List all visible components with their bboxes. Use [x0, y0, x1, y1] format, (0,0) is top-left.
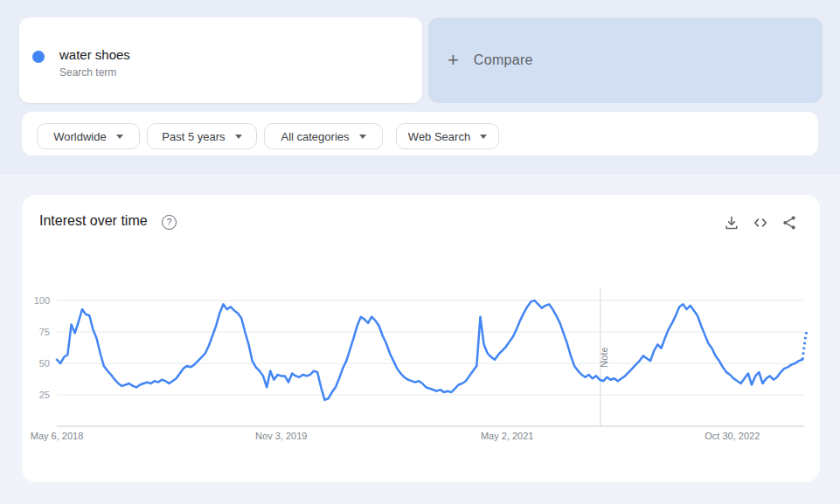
interest-over-time-card: 255075100May 6, 2018Nov 3, 2019May 2, 20… [22, 195, 820, 482]
chevron-down-icon [359, 135, 366, 139]
chevron-down-icon [480, 135, 487, 139]
chevron-down-icon [235, 135, 242, 139]
search-type-filter-dropdown[interactable]: Web Search [396, 123, 499, 149]
region-filter-dropdown[interactable]: Worldwide [37, 123, 140, 149]
series-color-dot-icon [32, 51, 45, 63]
time-range-filter-dropdown[interactable]: Past 5 years [147, 123, 257, 149]
search-type-filter-label: Web Search [408, 130, 470, 143]
x-tick-label: May 2, 2021 [481, 431, 534, 441]
y-tick-label: 75 [39, 327, 50, 337]
share-icon[interactable] [781, 215, 797, 231]
y-tick-label: 25 [39, 390, 50, 400]
search-term-label: water shoes [59, 47, 130, 62]
filter-bar: Worldwide Past 5 years All categories We… [22, 112, 818, 155]
category-filter-dropdown[interactable]: All categories [264, 123, 383, 149]
download-icon[interactable] [724, 215, 739, 231]
trend-line-partial [802, 331, 807, 360]
add-comparison-card[interactable]: + Compare [428, 17, 823, 103]
category-filter-label: All categories [281, 130, 349, 143]
embed-code-icon[interactable] [753, 215, 768, 231]
x-tick-label: May 6, 2018 [31, 431, 84, 441]
y-tick-label: 100 [34, 295, 50, 306]
note-label: Note [599, 347, 609, 367]
chart-title: Interest over time [39, 213, 148, 229]
search-term-type: Search term [59, 66, 116, 79]
y-tick-label: 50 [39, 358, 50, 369]
time-range-filter-label: Past 5 years [162, 130, 225, 143]
search-term-card[interactable]: water shoes Search term [19, 17, 422, 103]
x-tick-label: Oct 30, 2022 [705, 431, 760, 441]
chevron-down-icon [116, 135, 123, 139]
plus-icon: + [448, 51, 459, 70]
help-icon[interactable]: ? [162, 215, 177, 230]
compare-label: Compare [474, 52, 533, 68]
chart-actions [724, 215, 797, 231]
interest-over-time-chart[interactable]: 255075100May 6, 2018Nov 3, 2019May 2, 20… [22, 195, 820, 482]
trend-line[interactable] [57, 300, 802, 400]
region-filter-label: Worldwide [53, 130, 106, 143]
x-tick-label: Nov 3, 2019 [255, 431, 307, 441]
